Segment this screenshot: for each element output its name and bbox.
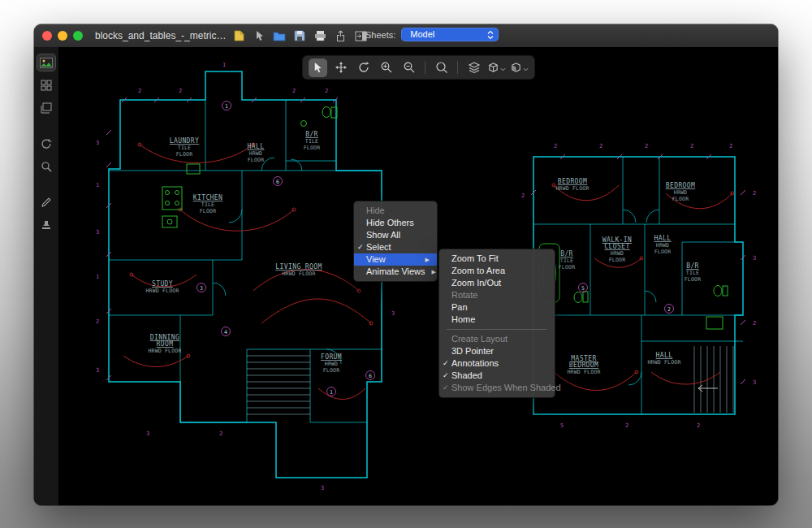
svg-text:HRWD FLOOR: HRWD FLOOR xyxy=(145,288,179,294)
zoom-button[interactable] xyxy=(73,31,83,41)
menu-item-show-edges-when-shaded: ✓Show Edges When Shaded xyxy=(439,382,555,394)
preview-icon[interactable] xyxy=(37,54,55,71)
svg-text:1: 1 xyxy=(222,62,226,68)
svg-text:HRWD: HRWD xyxy=(656,242,669,249)
menu-item-hide-others[interactable]: Hide Others xyxy=(354,217,437,229)
svg-text:LIVING ROOM: LIVING ROOM xyxy=(275,263,322,270)
svg-text:B/R: B/R xyxy=(560,250,573,258)
menu-separator xyxy=(447,329,547,330)
sidebar xyxy=(34,47,59,505)
svg-text:3: 3 xyxy=(200,285,203,292)
svg-text:1: 1 xyxy=(96,182,99,188)
menu-item-home[interactable]: Home xyxy=(439,314,555,326)
menu-item-shaded[interactable]: ✓Shaded xyxy=(439,370,555,382)
svg-text:HRWD FLOOR: HRWD FLOOR xyxy=(555,185,589,192)
select-tool-button[interactable] xyxy=(309,58,327,77)
print-icon[interactable] xyxy=(313,28,327,43)
view-submenu: Zoom To FitZoom to AreaZoom In/OutRotate… xyxy=(438,249,555,398)
svg-text:2: 2 xyxy=(325,88,328,94)
desktop: blocks_and_tables_-_metric… xyxy=(0,0,812,528)
svg-text:2: 2 xyxy=(729,143,732,149)
svg-text:2: 2 xyxy=(697,422,700,429)
menu-item-hide: Hide xyxy=(354,205,437,217)
inner-walls-right xyxy=(533,157,743,414)
svg-text:3: 3 xyxy=(146,431,149,437)
menu-item-zoom-to-fit[interactable]: Zoom To Fit xyxy=(439,253,555,265)
menu-item-select[interactable]: ✓Select xyxy=(354,241,437,253)
svg-text:KITCHEN: KITCHEN xyxy=(193,194,223,201)
open-folder-icon[interactable] xyxy=(272,28,287,43)
titlebar: blocks_and_tables_-_metric… xyxy=(34,24,778,48)
sheets-icon[interactable] xyxy=(37,100,55,116)
select-tool-icon[interactable] xyxy=(252,28,266,43)
menu-item-zoom-in-out[interactable]: Zoom In/Out xyxy=(439,277,555,289)
model-views-button[interactable] xyxy=(487,58,506,77)
menu-item-show-all[interactable]: Show All xyxy=(354,229,437,241)
sheets-group: Sheets: Model xyxy=(365,28,499,41)
svg-text:STUDY: STUDY xyxy=(152,280,173,288)
pan-tool-button[interactable] xyxy=(331,58,350,77)
orbit-tool-button[interactable] xyxy=(354,58,373,77)
svg-text:2: 2 xyxy=(599,143,603,149)
svg-text:FORUM: FORUM xyxy=(321,353,342,361)
svg-text:HRWD FLOOR: HRWD FLOOR xyxy=(647,359,680,366)
menu-item-animate-views[interactable]: Animate Views▶ xyxy=(354,266,437,278)
svg-text:3: 3 xyxy=(753,379,756,386)
svg-text:2: 2 xyxy=(96,318,99,325)
share-icon[interactable] xyxy=(333,28,348,43)
zoom-out-button[interactable] xyxy=(400,58,418,77)
svg-text:HRWD: HRWD xyxy=(325,361,338,367)
svg-text:2: 2 xyxy=(667,306,671,313)
svg-text:3: 3 xyxy=(391,310,395,317)
save-icon[interactable] xyxy=(292,28,307,43)
floating-toolbar xyxy=(302,55,535,80)
sheets-label: Sheets: xyxy=(365,30,395,40)
drawing-canvas[interactable]: LAUNDRYTILEFLOORHALLHRWDFLOORB/RTILEFLOO… xyxy=(58,47,778,505)
menu-item-view[interactable]: View▶ xyxy=(354,253,437,266)
svg-text:5: 5 xyxy=(560,422,564,429)
svg-text:BEDROOM: BEDROOM xyxy=(569,361,599,369)
svg-text:2: 2 xyxy=(690,143,693,149)
sheets-dropdown[interactable]: Model xyxy=(401,28,499,41)
svg-text:TILE: TILE xyxy=(686,270,699,276)
svg-text:FLOOR: FLOOR xyxy=(248,157,265,163)
find-icon[interactable] xyxy=(37,158,55,175)
svg-text:4: 4 xyxy=(224,329,227,335)
stair-direction-arrow xyxy=(698,385,718,392)
menu-item-zoom-to-area[interactable]: Zoom to Area xyxy=(439,265,555,277)
svg-text:TILE: TILE xyxy=(560,258,573,264)
svg-text:B/R: B/R xyxy=(305,131,318,138)
menu-item-annotations[interactable]: ✓Annotations xyxy=(439,357,555,370)
svg-text:FLOOR: FLOOR xyxy=(176,151,193,158)
svg-text:1: 1 xyxy=(96,274,99,280)
svg-text:HALL: HALL xyxy=(654,235,672,242)
stamp-icon[interactable] xyxy=(37,217,55,233)
svg-text:HALL: HALL xyxy=(248,143,265,150)
layers-button[interactable] xyxy=(464,58,483,77)
menu-item-pan[interactable]: Pan xyxy=(439,301,555,314)
svg-text:2: 2 xyxy=(554,143,557,149)
svg-text:FLOOR: FLOOR xyxy=(685,276,702,283)
svg-text:HRWD: HRWD xyxy=(674,189,687,196)
blocks-icon[interactable] xyxy=(37,77,55,93)
svg-text:FLOOR: FLOOR xyxy=(672,196,689,202)
svg-text:2: 2 xyxy=(645,143,648,149)
svg-text:2: 2 xyxy=(625,422,628,429)
svg-text:FLOOR: FLOOR xyxy=(654,249,672,255)
document-badge-icon xyxy=(231,28,246,43)
shading-mode-button[interactable] xyxy=(510,58,529,77)
minimize-button[interactable] xyxy=(58,31,67,41)
menu-item-3d-pointer[interactable]: 3D Pointer xyxy=(439,345,555,357)
window-title: blocks_and_tables_-_metric… xyxy=(95,30,226,41)
close-button[interactable] xyxy=(42,31,52,41)
svg-text:2: 2 xyxy=(179,88,182,94)
zoom-window-button[interactable] xyxy=(432,58,451,77)
svg-text:TILE: TILE xyxy=(305,138,318,145)
svg-text:LAUNDRY: LAUNDRY xyxy=(170,137,200,145)
markup-pencil-icon[interactable] xyxy=(37,194,55,210)
svg-text:ROOM: ROOM xyxy=(157,340,174,348)
svg-text:2: 2 xyxy=(138,88,141,94)
zoom-in-button[interactable] xyxy=(377,58,395,77)
sync-icon[interactable] xyxy=(37,136,55,152)
svg-text:TILE: TILE xyxy=(178,145,191,151)
